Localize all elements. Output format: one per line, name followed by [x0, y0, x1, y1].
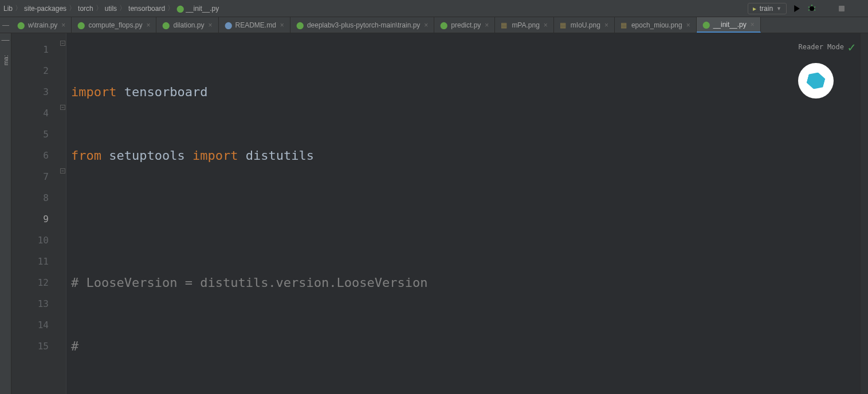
tab-label: dilation.py: [173, 21, 204, 29]
line-number[interactable]: 13: [11, 293, 66, 314]
breadcrumb-file[interactable]: ⬤__init__.py: [176, 5, 219, 13]
breadcrumb-item[interactable]: tensorboard: [128, 5, 165, 13]
close-tab-icon[interactable]: ×: [146, 21, 150, 29]
editor-tab[interactable]: ▦epoch_miou.png×: [615, 17, 697, 33]
code-area[interactable]: import tensorboard from setuptools impor…: [66, 33, 860, 394]
close-tab-icon[interactable]: ×: [424, 21, 428, 29]
tab-label: mIoU.png: [571, 21, 600, 29]
fold-marker[interactable]: −: [60, 105, 65, 110]
tab-label: predict.py: [451, 21, 481, 29]
editor-tab[interactable]: ▦mIoU.png×: [554, 17, 615, 33]
chevron-right-icon: 〉: [96, 3, 103, 13]
svg-point-6: [854, 6, 858, 10]
line-number[interactable]: 2: [11, 60, 66, 81]
chevron-right-icon: 〉: [69, 3, 76, 13]
python-file-icon: ⬤: [17, 21, 25, 29]
chevron-right-icon: 〉: [15, 3, 22, 13]
navigation-bar: Lib〉 site-packages〉 torch〉 utils〉 tensor…: [0, 0, 868, 17]
breadcrumb-item[interactable]: torch: [78, 5, 93, 13]
breadcrumb-item[interactable]: utils: [105, 5, 117, 13]
close-tab-icon[interactable]: ×: [209, 21, 213, 29]
run-button[interactable]: [792, 4, 802, 13]
editor-tabs: — ⬤w\train.py×⬤compute_flops.py×⬤dilatio…: [0, 17, 868, 33]
python-file-icon: ⬤: [176, 5, 184, 13]
svg-point-0: [810, 6, 814, 11]
tab-label: README.md: [235, 21, 276, 29]
tab-label: mPA.png: [512, 21, 539, 29]
line-number[interactable]: 15: [11, 336, 66, 357]
tab-label: w\train.py: [28, 21, 57, 29]
toolbar-right: ▸ train ▼: [748, 3, 865, 14]
image-file-icon: ▦: [501, 21, 509, 29]
editor-tab[interactable]: ⬤__init__.py×: [697, 17, 761, 33]
close-tab-icon[interactable]: ×: [686, 21, 690, 29]
line-number[interactable]: 10: [11, 230, 66, 251]
inspection-ok-icon[interactable]: ✓: [848, 37, 855, 58]
line-number[interactable]: 4: [11, 103, 66, 124]
hide-tool-icon[interactable]: —: [2, 36, 10, 44]
markdown-file-icon: ⬤: [225, 21, 233, 29]
fold-marker[interactable]: −: [60, 41, 65, 46]
error-stripe[interactable]: [860, 33, 868, 394]
line-number[interactable]: 7: [11, 166, 66, 187]
run-config-selector[interactable]: ▸ train ▼: [748, 3, 787, 14]
breadcrumb-item[interactable]: Lib: [3, 5, 13, 13]
run-config-label: train: [760, 5, 773, 13]
chevron-right-icon: 〉: [167, 3, 174, 13]
tab-label: deeplabv3-plus-pytorch-main\train.py: [307, 21, 420, 29]
breadcrumbs: Lib〉 site-packages〉 torch〉 utils〉 tensor…: [3, 3, 748, 13]
editor-tab[interactable]: ⬤predict.py×: [434, 17, 495, 33]
line-number[interactable]: 12: [11, 272, 66, 293]
fold-marker[interactable]: −: [60, 168, 65, 174]
line-number[interactable]: 9: [11, 208, 66, 230]
close-tab-icon[interactable]: ×: [544, 21, 548, 29]
line-number[interactable]: 5: [11, 124, 66, 145]
gutter: − − − 123456789101112131415: [11, 33, 66, 394]
rerun-button[interactable]: [822, 4, 831, 13]
left-tool-label[interactable]: ma:: [2, 55, 9, 65]
floating-assistant-icon[interactable]: [798, 63, 834, 98]
close-tab-icon[interactable]: ×: [280, 21, 284, 29]
editor-tab[interactable]: ▦mPA.png×: [495, 17, 553, 33]
editor-tab[interactable]: ⬤dilation.py×: [156, 17, 218, 33]
line-number[interactable]: 1: [11, 39, 66, 60]
svg-line-5: [814, 10, 815, 10]
breadcrumb-item[interactable]: site-packages: [24, 5, 66, 13]
line-number[interactable]: 14: [11, 314, 66, 336]
python-file-icon: ⬤: [296, 21, 304, 29]
editor-tab[interactable]: ⬤README.md×: [219, 17, 290, 33]
editor-tab[interactable]: ⬤w\train.py×: [11, 17, 72, 33]
reader-mode-label[interactable]: Reader Mode: [799, 37, 844, 58]
tab-label: __init__.py: [713, 21, 747, 29]
left-tool-strip: — ma:: [0, 33, 11, 394]
stop-button[interactable]: [837, 4, 846, 13]
code-editor[interactable]: − − − 123456789101112131415 import tenso…: [11, 33, 868, 394]
line-number[interactable]: 11: [11, 251, 66, 272]
close-tab-icon[interactable]: ×: [485, 21, 489, 29]
python-icon: ▸: [753, 5, 756, 13]
editor-tab[interactable]: ⬤deeplabv3-plus-pytorch-main\train.py×: [290, 17, 434, 33]
chevron-right-icon: 〉: [119, 3, 126, 13]
debug-button[interactable]: [807, 4, 816, 13]
svg-line-2: [808, 7, 810, 7]
svg-line-7: [858, 10, 860, 12]
tab-label: epoch_miou.png: [631, 21, 682, 29]
close-tab-icon[interactable]: ×: [751, 21, 755, 29]
search-button[interactable]: [852, 4, 861, 13]
svg-line-3: [814, 7, 815, 7]
image-file-icon: ▦: [620, 21, 629, 29]
editor-tab[interactable]: ⬤compute_flops.py×: [72, 17, 156, 33]
python-file-icon: ⬤: [162, 21, 170, 29]
line-number[interactable]: 6: [11, 145, 66, 166]
tabs-collapse-icon[interactable]: —: [0, 17, 11, 33]
tab-label: compute_flops.py: [88, 21, 142, 29]
python-file-icon: ⬤: [440, 21, 448, 29]
line-number[interactable]: 3: [11, 81, 66, 103]
line-number[interactable]: 8: [11, 187, 66, 208]
python-file-icon: ⬤: [702, 21, 710, 29]
chevron-down-icon: ▼: [776, 6, 781, 11]
python-file-icon: ⬤: [77, 21, 85, 29]
close-tab-icon[interactable]: ×: [61, 21, 65, 29]
close-tab-icon[interactable]: ×: [604, 21, 608, 29]
image-file-icon: ▦: [560, 21, 568, 29]
